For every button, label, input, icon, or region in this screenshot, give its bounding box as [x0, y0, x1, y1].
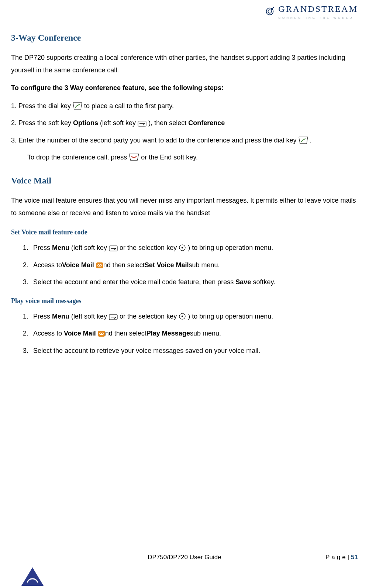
play-vm-step2: Access to Voice Mail nd then selectPlay … [30, 328, 358, 339]
section1-step3-drop-a: To drop the conference call, press [27, 154, 129, 161]
section1-step3-drop-b: or the End soft key. [141, 154, 198, 161]
play-vm-step3-text: Select the account to retrieve your voic… [33, 347, 260, 354]
section1-step3-text-b: . [308, 137, 312, 144]
section1-intro: The DP720 supports creating a local conf… [11, 51, 358, 76]
section2-intro: The voice mail feature ensures that you … [11, 194, 358, 219]
svg-rect-11 [96, 262, 103, 268]
section1-step1-text-b: to place a call to the first party. [84, 102, 174, 110]
left-softkey-icon [138, 121, 146, 127]
subsection-set-vm-code: Set Voice mail feature code [11, 227, 358, 238]
section1-step1: 1. Press the dial key to place a call to… [11, 100, 358, 112]
play-vm-step1-b: (left soft key [69, 313, 109, 320]
section1-step2: 2. Press the soft key Options (left soft… [11, 117, 358, 129]
svg-point-5 [136, 156, 137, 157]
section-title-3way: 3-Way Conference [11, 31, 358, 45]
section1-step2-text-c: ), then select [148, 119, 188, 127]
play-vm-step1-menu: Menu [52, 313, 69, 320]
subsection-play-vm: Play voice mail messages [11, 296, 358, 306]
svg-point-1 [268, 10, 272, 13]
svg-rect-20 [98, 331, 105, 337]
dial-key-icon [299, 137, 308, 144]
set-vm-step1-d: ) to bring up operation menu. [186, 244, 273, 251]
section1-step1-text-a: 1. Press the dial key [11, 102, 73, 110]
footer-page-cell: Page|51 [299, 553, 358, 562]
play-vm-step2-c: nd then select [105, 330, 146, 337]
brand-name: GRANDSTREAM [278, 2, 358, 16]
set-vm-step1: Press Menu (left soft key or the selecti… [30, 242, 358, 254]
set-vm-step2-d: sub menu. [189, 261, 220, 269]
play-vm-step2-d: sub menu. [190, 330, 221, 337]
brand-text: GRANDSTREAM CONNECTING THE WORLD [278, 2, 358, 21]
section1-step2-text-b: (left soft key [98, 119, 138, 127]
set-vm-step3-save: Save [235, 278, 251, 286]
play-vm-step1-c: or the selection key [118, 313, 177, 320]
header: GRANDSTREAM CONNECTING THE WORLD [11, 0, 358, 21]
section1-step2-conference: Conference [188, 119, 225, 127]
brand-logo: GRANDSTREAM CONNECTING THE WORLD [264, 2, 358, 21]
set-vm-step2: Access toVoice Mail nd then selectSet Vo… [30, 259, 358, 271]
svg-point-19 [182, 316, 183, 317]
section1-step2-options: Options [73, 119, 98, 127]
section-title-voicemail: Voice Mail [11, 174, 358, 188]
section1-step3-text-a: 3. Enter the number of the second party … [11, 137, 296, 144]
play-vm-step3: Select the account to retrieve your voic… [30, 345, 358, 357]
set-vm-step1-c: or the selection key [118, 244, 177, 251]
end-key-icon [129, 154, 139, 161]
left-softkey-icon [109, 314, 118, 320]
play-vm-step1: Press Menu (left soft key or the selecti… [30, 311, 358, 322]
voicemail-icon [96, 262, 103, 269]
footer-page-label: Page| [325, 554, 351, 561]
selection-key-icon [179, 313, 186, 320]
brand-tagline: CONNECTING THE WORLD [278, 16, 358, 20]
section1-step2-text-a: 2. Press the soft key [11, 119, 73, 127]
footer-rule [11, 548, 358, 548]
set-vm-step2-setvm: Set Voice Mail [145, 261, 189, 269]
corner-triangle-icon [21, 564, 44, 586]
svg-point-10 [182, 247, 183, 248]
play-vm-step2-vm: Voice Mail [64, 330, 96, 337]
left-softkey-icon [109, 245, 118, 251]
dial-key-icon [73, 102, 82, 110]
set-vm-step3: Select the account and enter the voice m… [30, 276, 358, 288]
play-vm-step1-a: Press [33, 313, 52, 320]
set-vm-step3-b: softkey. [251, 278, 275, 286]
set-vm-step1-a: Press [33, 244, 52, 251]
play-vm-step2-play: Play Message [146, 330, 190, 337]
set-vm-step1-b: (left soft key [69, 244, 109, 251]
play-vm-step1-d: ) to bring up operation menu. [186, 313, 273, 320]
voicemail-icon [98, 330, 105, 337]
set-vm-step1-menu: Menu [52, 244, 69, 251]
set-vm-step2-c: nd then select [103, 261, 145, 269]
set-vm-steps: Press Menu (left soft key or the selecti… [19, 242, 358, 288]
set-vm-step3-a: Select the account and enter the voice m… [33, 278, 235, 286]
set-vm-step2-a: Access to [33, 261, 62, 269]
play-vm-step2-a: Access to [33, 330, 64, 337]
svg-marker-24 [21, 567, 44, 586]
section1-step3: 3. Enter the number of the second party … [11, 134, 358, 146]
set-vm-step2-vm: Voice Mail [62, 261, 94, 269]
section1-step3-drop: To drop the conference call, press or th… [27, 151, 358, 163]
footer-page-number: 51 [351, 554, 358, 561]
selection-key-icon [179, 244, 186, 251]
page: GRANDSTREAM CONNECTING THE WORLD 3-Way C… [0, 0, 369, 588]
footer-doc-title: DP750/DP720 User Guide [70, 553, 299, 562]
footer: DP750/DP720 User Guide Page|51 [11, 548, 358, 562]
play-vm-steps: Press Menu (left soft key or the selecti… [19, 311, 358, 357]
section1-config-heading: To configure the 3 Way conference featur… [11, 83, 358, 93]
brand-mark-icon [264, 6, 275, 17]
